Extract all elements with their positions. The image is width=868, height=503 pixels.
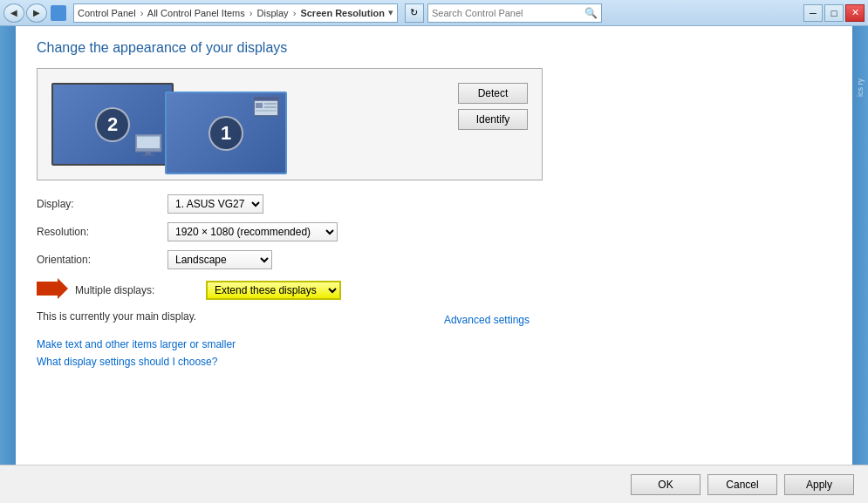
identify-button[interactable]: Identify [458, 109, 528, 130]
advanced-row: This is currently your main display. Adv… [37, 310, 530, 330]
multiple-displays-label: Multiple displays: [75, 284, 206, 296]
svg-rect-11 [256, 110, 277, 112]
monitor-1-number: 1 [208, 116, 243, 151]
refresh-button[interactable]: ↻ [405, 3, 424, 23]
main-display-text: This is currently your main display. [37, 310, 196, 323]
svg-rect-4 [142, 154, 154, 156]
orientation-row: Orientation: Landscape [37, 250, 831, 269]
display-label: Display: [37, 198, 167, 210]
advanced-settings-link[interactable]: Advanced settings [444, 314, 530, 326]
svg-rect-6 [254, 97, 278, 100]
text-size-link[interactable]: Make text and other items larger or smal… [37, 338, 831, 350]
multiple-displays-select[interactable]: Extend these displays [206, 281, 341, 300]
multiple-displays-control: Extend these displays [206, 281, 341, 300]
page-title: Change the appearance of your displays [37, 40, 831, 56]
search-box: 🔍 [427, 3, 602, 23]
cancel-button[interactable]: Cancel [707, 474, 777, 495]
maximize-button[interactable]: □ [824, 4, 844, 22]
resolution-row: Resolution: 1920 × 1080 (recommended) [37, 222, 831, 241]
forward-button[interactable]: ▶ [26, 3, 47, 23]
sidebar [0, 26, 16, 465]
title-bar-left: ◀ ▶ Control Panel › All Control Panel It… [3, 3, 602, 23]
orientation-label: Orientation: [37, 254, 167, 266]
folder-icon [51, 5, 66, 21]
search-input[interactable] [428, 8, 582, 18]
right-panel-label-ics: ics [856, 87, 865, 97]
resolution-control: 1920 × 1080 (recommended) [167, 222, 338, 241]
detect-button[interactable]: Detect [458, 83, 528, 104]
svg-rect-1 [137, 136, 160, 148]
back-button[interactable]: ◀ [3, 3, 24, 23]
svg-rect-9 [264, 103, 277, 105]
window-controls: ─ □ ✕ [803, 4, 865, 22]
display-select[interactable]: 1. ASUS VG278 [167, 194, 263, 214]
svg-rect-3 [146, 152, 151, 154]
orientation-control: Landscape [167, 250, 272, 269]
nav-buttons: ◀ ▶ [3, 3, 47, 23]
main-area: Change the appearance of your displays 2 [0, 26, 868, 465]
title-bar: ◀ ▶ Control Panel › All Control Panel It… [0, 0, 868, 26]
search-icon[interactable]: 🔍 [582, 4, 601, 22]
svg-marker-12 [37, 278, 68, 299]
monitor-1-window-icon [254, 97, 282, 119]
display-row: Display: 1. ASUS VG278 [37, 194, 831, 214]
address-dropdown-arrow[interactable]: ▾ [388, 7, 393, 18]
address-bar[interactable]: Control Panel › All Control Panel Items … [73, 3, 398, 23]
monitor-2-number: 2 [95, 107, 130, 142]
resolution-label: Resolution: [37, 226, 167, 238]
apply-button[interactable]: Apply [784, 474, 854, 495]
right-panel-label-ry: ry [856, 78, 865, 85]
resolution-select[interactable]: 1920 × 1080 (recommended) [167, 222, 338, 241]
right-panel: ry ics [852, 26, 868, 465]
detect-identify-btns: Detect Identify [458, 83, 528, 130]
content-area: Change the appearance of your displays 2 [16, 26, 852, 465]
breadcrumb: Control Panel › All Control Panel Items … [78, 8, 385, 18]
monitor-2[interactable]: 2 [51, 83, 174, 166]
display-preview: 2 1 [37, 68, 543, 180]
orientation-select[interactable]: Landscape [167, 250, 272, 269]
close-button[interactable]: ✕ [845, 4, 865, 22]
monitors-container: 2 1 [51, 83, 444, 166]
arrow-indicator [37, 278, 68, 302]
multiple-displays-row: Multiple displays: Extend these displays [37, 278, 831, 302]
svg-rect-10 [264, 106, 277, 108]
display-choice-link[interactable]: What display settings should I choose? [37, 356, 831, 368]
svg-rect-8 [256, 103, 263, 108]
monitor-1[interactable]: 1 [165, 92, 287, 174]
minimize-button[interactable]: ─ [803, 4, 823, 22]
display-control: 1. ASUS VG278 [167, 194, 263, 214]
svg-rect-2 [137, 136, 160, 137]
bottom-bar: OK Cancel Apply [0, 465, 868, 503]
ok-button[interactable]: OK [631, 474, 701, 495]
monitor-2-desktop-icon [135, 134, 165, 157]
